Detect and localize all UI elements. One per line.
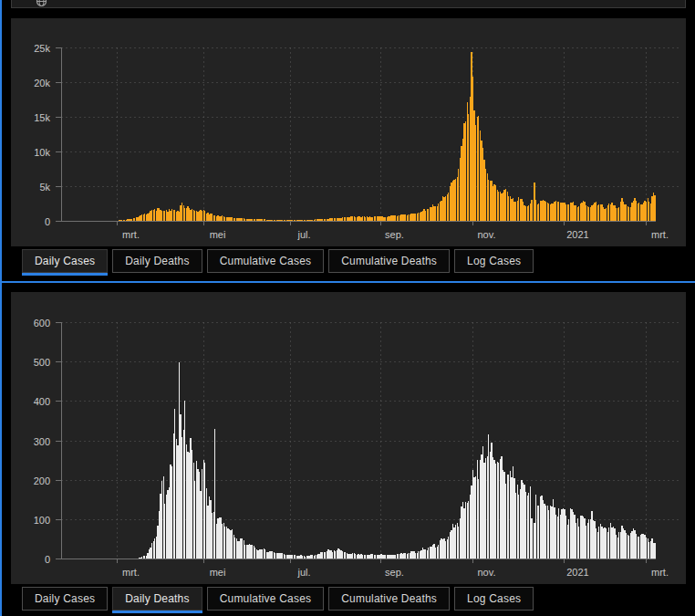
cases-panel-tab-bar: Daily CasesDaily DeathsCumulative CasesC… xyxy=(22,249,534,276)
tab-label[interactable]: Cumulative Cases xyxy=(207,249,325,273)
daily-cases-chart: 05k10k15k20k25kmrt.meijul.sep.nov.2021mr… xyxy=(11,18,686,246)
x-axis-label: nov. xyxy=(478,567,496,578)
active-tab-underline xyxy=(454,611,534,613)
y-axis-label: 600 xyxy=(34,318,50,329)
y-axis-label: 100 xyxy=(34,515,50,526)
tab-cumulative-cases[interactable]: Cumulative Cases xyxy=(207,249,325,276)
tab-log-cases[interactable]: Log Cases xyxy=(454,249,534,276)
x-axis-label: mei xyxy=(210,229,226,240)
y-axis-label: 10k xyxy=(34,147,50,158)
x-axis-label: jul. xyxy=(296,229,310,240)
y-axis-label: 300 xyxy=(34,436,50,447)
active-tab-underline xyxy=(22,611,108,613)
tab-cumulative-deaths[interactable]: Cumulative Deaths xyxy=(328,249,450,276)
active-tab-underline xyxy=(22,273,108,276)
y-axis-label: 400 xyxy=(34,396,50,407)
focus-border-left xyxy=(0,0,2,616)
y-axis-label: 200 xyxy=(34,475,50,486)
x-axis-label: mei xyxy=(210,567,226,578)
active-tab-underline xyxy=(328,273,450,276)
y-axis-label: 20k xyxy=(34,78,50,89)
tab-label[interactable]: Daily Cases xyxy=(22,587,108,611)
x-axis-label: mrt. xyxy=(122,567,140,578)
active-tab-underline xyxy=(112,611,202,613)
y-axis-label: 25k xyxy=(34,43,50,54)
tab-log-cases[interactable]: Log Cases xyxy=(454,587,534,613)
active-tab-underline xyxy=(454,273,534,276)
daily-deaths-chart: 0100200300400500600mrt.meijul.sep.nov.20… xyxy=(11,292,686,584)
tab-label[interactable]: Log Cases xyxy=(454,249,534,273)
tab-daily-cases[interactable]: Daily Cases xyxy=(22,587,108,613)
y-axis-label: 15k xyxy=(34,112,50,123)
active-tab-underline xyxy=(112,273,202,276)
active-tab-underline xyxy=(328,611,450,613)
tab-label[interactable]: Daily Deaths xyxy=(112,587,202,611)
x-axis-label: mrt. xyxy=(122,229,140,240)
active-tab-underline xyxy=(207,611,325,613)
tab-label[interactable]: Daily Deaths xyxy=(112,249,202,273)
x-axis-label: mrt. xyxy=(651,229,669,240)
tab-daily-deaths[interactable]: Daily Deaths xyxy=(112,587,202,613)
x-axis-label: 2021 xyxy=(566,567,588,578)
active-tab-underline xyxy=(207,273,325,276)
y-axis-label: 5k xyxy=(39,182,50,193)
tab-label[interactable]: Log Cases xyxy=(454,587,534,611)
x-axis-label: mrt. xyxy=(651,567,669,578)
x-axis-label: 2021 xyxy=(566,229,588,240)
tab-label[interactable]: Daily Cases xyxy=(22,249,108,273)
app-frame: { "window": { "accent_color": "#2b80e4",… xyxy=(0,0,695,616)
y-axis-label: 500 xyxy=(34,357,50,368)
daily-cases-chart-panel: 05k10k15k20k25kmrt.meijul.sep.nov.2021mr… xyxy=(11,18,686,246)
tab-label[interactable]: Cumulative Cases xyxy=(207,587,325,611)
x-axis-label: jul. xyxy=(296,567,310,578)
deaths-panel-tab-bar: Daily CasesDaily DeathsCumulative CasesC… xyxy=(22,587,534,613)
tab-daily-cases[interactable]: Daily Cases xyxy=(22,249,108,276)
x-axis-label: nov. xyxy=(478,229,496,240)
tab-daily-deaths[interactable]: Daily Deaths xyxy=(112,249,202,276)
y-axis-label: 0 xyxy=(45,554,50,565)
widget-toolbar xyxy=(11,0,686,8)
panel-divider xyxy=(0,281,695,283)
tab-label[interactable]: Cumulative Deaths xyxy=(328,249,450,273)
x-axis-label: sep. xyxy=(385,567,404,578)
tab-cumulative-cases[interactable]: Cumulative Cases xyxy=(207,587,325,613)
y-axis-label: 0 xyxy=(45,216,50,227)
x-axis-label: sep. xyxy=(385,229,404,240)
tab-label[interactable]: Cumulative Deaths xyxy=(328,587,450,611)
tab-cumulative-deaths[interactable]: Cumulative Deaths xyxy=(328,587,450,613)
globe-icon[interactable] xyxy=(36,0,47,6)
daily-deaths-chart-panel: 0100200300400500600mrt.meijul.sep.nov.20… xyxy=(11,292,686,584)
